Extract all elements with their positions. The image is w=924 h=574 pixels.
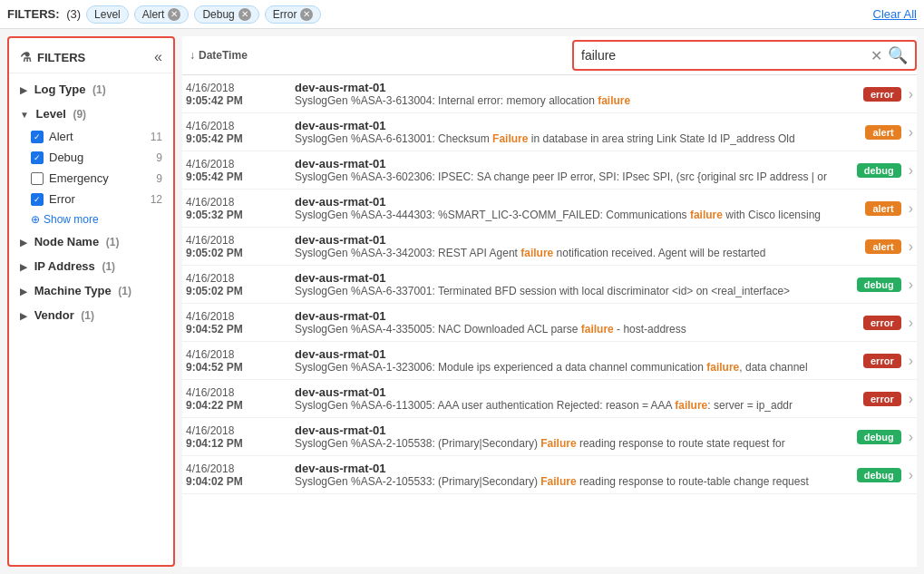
sidebar-item-ip-address[interactable]: ▶ IP Address (1) — [9, 254, 173, 278]
log-datetime: 4/16/2018 9:04:52 PM — [186, 310, 287, 336]
chevron-right-icon[interactable]: › — [909, 124, 913, 141]
filter-item-emergency[interactable]: Emergency 9 — [9, 168, 173, 189]
log-message: SyslogGen %ASA-3-602306: IPSEC: SA chang… — [295, 170, 850, 183]
log-time: 9:05:42 PM — [186, 94, 287, 107]
log-datetime: 4/16/2018 9:04:22 PM — [186, 386, 287, 412]
datetime-sort-column[interactable]: ↓ DateTime — [182, 44, 291, 67]
chevron-right-icon[interactable]: › — [909, 467, 913, 483]
highlighted-term: Failure — [540, 475, 576, 488]
log-host: dev-aus-rmat-01 — [295, 462, 850, 475]
show-more-icon: ⊕ — [31, 213, 40, 226]
chip-error-close[interactable]: ✕ — [300, 8, 313, 21]
log-row[interactable]: 4/16/2018 9:04:52 PM dev-aus-rmat-01 Sys… — [182, 304, 917, 342]
arrow-right-icon: ▶ — [20, 85, 27, 95]
chevron-right-icon[interactable]: › — [909, 429, 913, 445]
checkbox-error[interactable] — [31, 193, 44, 206]
highlighted-term: failure — [598, 94, 630, 107]
log-datetime: 4/16/2018 9:05:42 PM — [186, 82, 287, 107]
sidebar-item-machine-type[interactable]: ▶ Machine Type (1) — [9, 278, 173, 303]
filter-item-debug[interactable]: Debug 9 — [9, 147, 173, 168]
highlighted-term: failure — [581, 323, 614, 336]
log-row[interactable]: 4/16/2018 9:04:52 PM dev-aus-rmat-01 Sys… — [182, 342, 917, 380]
log-host: dev-aus-rmat-01 — [295, 347, 856, 361]
filter-bar: FILTERS: (3) Level Alert ✕ Debug ✕ Error… — [0, 0, 924, 29]
chevron-right-icon[interactable]: › — [909, 391, 913, 407]
chevron-right-icon[interactable]: › — [909, 238, 913, 255]
sidebar-item-vendor[interactable]: ▶ Vendor (1) — [9, 303, 173, 327]
log-date: 4/16/2018 — [186, 234, 287, 247]
log-date: 4/16/2018 — [186, 462, 287, 475]
section-machine-type: ▶ Machine Type (1) — [9, 278, 173, 303]
log-row[interactable]: 4/16/2018 9:05:02 PM dev-aus-rmat-01 Sys… — [182, 228, 917, 266]
log-body: dev-aus-rmat-01 SyslogGen %ASA-2-105533:… — [295, 462, 850, 488]
checkbox-emergency[interactable] — [31, 172, 44, 185]
log-date: 4/16/2018 — [186, 196, 287, 209]
filter-item-alert[interactable]: Alert 11 — [9, 126, 173, 147]
log-host: dev-aus-rmat-01 — [295, 271, 850, 285]
log-time: 9:04:22 PM — [186, 399, 287, 412]
log-badge: debug — [857, 430, 901, 444]
search-icon[interactable]: 🔍 — [888, 45, 908, 65]
sidebar-item-level[interactable]: ▼ Level (9) — [9, 102, 173, 126]
checkbox-debug[interactable] — [31, 151, 44, 164]
log-datetime: 4/16/2018 9:05:02 PM — [186, 234, 287, 259]
log-datetime: 4/16/2018 9:04:02 PM — [186, 462, 287, 488]
log-datetime: 4/16/2018 9:04:52 PM — [186, 348, 287, 374]
show-more-button[interactable]: ⊕ Show more — [9, 209, 173, 229]
sidebar-item-log-type[interactable]: ▶ Log Type (1) — [9, 77, 173, 102]
highlighted-term: Failure — [492, 132, 528, 145]
highlighted-term: failure — [706, 361, 739, 374]
chip-debug[interactable]: Debug ✕ — [194, 5, 258, 24]
chip-level[interactable]: Level — [86, 5, 129, 24]
log-badge: alert — [865, 125, 900, 140]
log-row[interactable]: 4/16/2018 9:04:22 PM dev-aus-rmat-01 Sys… — [182, 380, 917, 418]
log-host: dev-aus-rmat-01 — [295, 81, 856, 94]
log-body: dev-aus-rmat-01 SyslogGen %ASA-3-444303:… — [295, 195, 858, 221]
log-datetime: 4/16/2018 9:05:02 PM — [186, 272, 287, 297]
log-row[interactable]: 4/16/2018 9:05:42 PM dev-aus-rmat-01 Sys… — [182, 151, 917, 190]
section-ip-address: ▶ IP Address (1) — [9, 254, 173, 278]
sidebar-item-node-name[interactable]: ▶ Node Name (1) — [9, 229, 173, 254]
clear-all-button[interactable]: Clear All — [873, 7, 917, 21]
chip-alert-close[interactable]: ✕ — [168, 8, 180, 21]
log-list: 4/16/2018 9:05:42 PM dev-aus-rmat-01 Sys… — [182, 75, 917, 567]
log-body: dev-aus-rmat-01 SyslogGen %ASA-3-342003:… — [295, 233, 858, 259]
arrow-right-icon-5: ▶ — [20, 311, 27, 321]
chevron-right-icon[interactable]: › — [909, 162, 913, 179]
chip-alert[interactable]: Alert ✕ — [134, 5, 190, 24]
log-row[interactable]: 4/16/2018 9:05:32 PM dev-aus-rmat-01 Sys… — [182, 190, 917, 228]
log-message: SyslogGen %ASA-3-613004: Internal error:… — [295, 94, 856, 107]
log-row[interactable]: 4/16/2018 9:05:42 PM dev-aus-rmat-01 Sys… — [182, 113, 917, 151]
chip-debug-close[interactable]: ✕ — [238, 8, 251, 21]
search-box: ✕ 🔍 — [572, 40, 917, 71]
chevron-right-icon[interactable]: › — [909, 353, 913, 369]
log-message: SyslogGen %ASA-4-335005: NAC Downloaded … — [295, 323, 856, 336]
chevron-right-icon[interactable]: › — [909, 200, 913, 217]
chevron-right-icon[interactable]: › — [909, 315, 913, 331]
checkbox-alert[interactable] — [31, 131, 44, 143]
search-input[interactable] — [581, 48, 865, 63]
section-node-name: ▶ Node Name (1) — [9, 229, 173, 254]
section-vendor: ▶ Vendor (1) — [9, 303, 173, 327]
log-host: dev-aus-rmat-01 — [295, 309, 856, 323]
log-datetime: 4/16/2018 9:05:42 PM — [186, 120, 287, 145]
filter-icon: ⚗ — [20, 50, 32, 64]
log-row[interactable]: 4/16/2018 9:05:42 PM dev-aus-rmat-01 Sys… — [182, 75, 917, 113]
collapse-icon[interactable]: « — [154, 49, 162, 65]
chip-error[interactable]: Error ✕ — [265, 5, 322, 24]
log-row[interactable]: 4/16/2018 9:05:02 PM dev-aus-rmat-01 Sys… — [182, 266, 917, 304]
filter-item-error[interactable]: Error 12 — [9, 189, 173, 209]
log-row[interactable]: 4/16/2018 9:04:12 PM dev-aus-rmat-01 Sys… — [182, 418, 917, 456]
log-host: dev-aus-rmat-01 — [295, 195, 858, 209]
log-row[interactable]: 4/16/2018 9:04:02 PM dev-aus-rmat-01 Sys… — [182, 456, 917, 494]
log-time: 9:05:02 PM — [186, 285, 287, 297]
chevron-right-icon[interactable]: › — [909, 277, 913, 293]
sort-down-icon: ↓ — [190, 49, 195, 62]
log-body: dev-aus-rmat-01 SyslogGen %ASA-6-613001:… — [295, 119, 858, 145]
search-clear-icon[interactable]: ✕ — [871, 47, 882, 64]
log-badge: error — [863, 354, 901, 368]
highlighted-term: failure — [675, 399, 707, 412]
log-host: dev-aus-rmat-01 — [295, 119, 858, 132]
chevron-right-icon[interactable]: › — [909, 86, 913, 102]
log-time: 9:04:52 PM — [186, 361, 287, 374]
